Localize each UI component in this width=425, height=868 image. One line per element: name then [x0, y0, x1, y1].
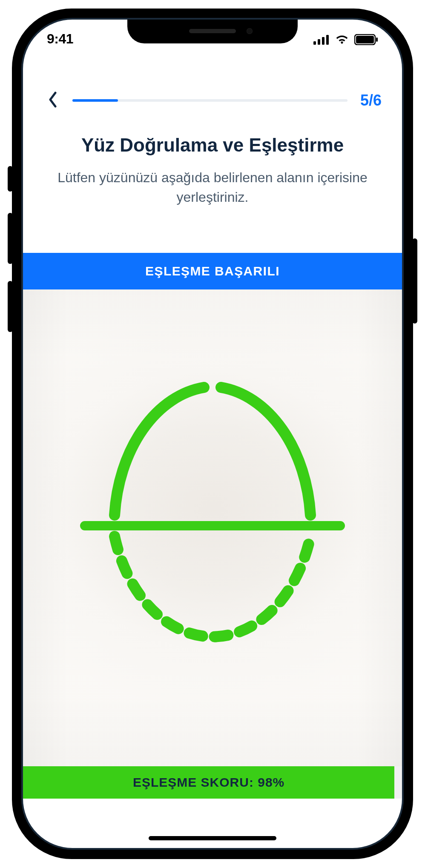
svg-rect-0	[313, 41, 316, 45]
phone-notch	[127, 20, 298, 43]
svg-rect-3	[326, 35, 329, 45]
wifi-icon	[335, 34, 349, 45]
match-success-banner: EŞLEŞME BAŞARILI	[23, 253, 402, 289]
back-button[interactable]	[43, 91, 62, 110]
svg-rect-1	[318, 39, 320, 45]
match-score-label: EŞLEŞME SKORU: 98%	[133, 775, 284, 790]
front-camera	[247, 28, 253, 34]
step-counter: 5/6	[360, 92, 382, 109]
match-score-bar: EŞLEŞME SKORU: 98%	[23, 766, 402, 799]
battery-icon	[354, 34, 378, 45]
progress-fill	[72, 99, 118, 102]
status-time: 9:41	[47, 31, 73, 47]
header-row: 5/6	[23, 88, 402, 113]
page-title: Yüz Doğrulama ve Eşleştirme	[49, 135, 376, 156]
speaker-grille	[189, 29, 236, 33]
camera-preview[interactable]	[23, 289, 402, 766]
svg-rect-5	[356, 36, 374, 43]
progress-bar	[72, 99, 347, 102]
home-indicator[interactable]	[149, 836, 276, 840]
match-score-fill: EŞLEŞME SKORU: 98%	[23, 766, 394, 799]
status-indicators	[313, 34, 378, 45]
title-block: Yüz Doğrulama ve Eşleştirme Lütfen yüzün…	[23, 135, 402, 207]
chevron-left-icon	[48, 91, 58, 110]
svg-rect-6	[376, 37, 378, 42]
phone-frame: 9:41	[12, 9, 413, 859]
page-subtitle: Lütfen yüzünüzü aşağıda belirlenen alanı…	[49, 168, 376, 207]
cellular-icon	[313, 34, 330, 45]
svg-rect-2	[322, 37, 324, 45]
face-scan-overlay	[23, 289, 402, 766]
banner-label: EŞLEŞME BAŞARILI	[145, 264, 280, 278]
phone-screen: 9:41	[21, 18, 404, 850]
